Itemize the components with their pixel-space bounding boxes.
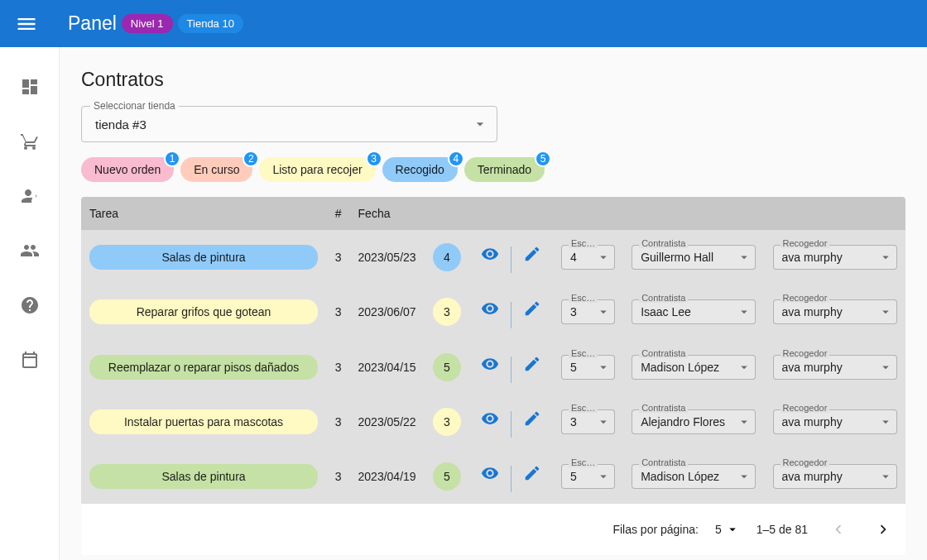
row-date: 2023/04/19 bbox=[350, 449, 425, 504]
picker-select-value: ava murphy bbox=[782, 361, 843, 374]
table-row: Salas de pintura 3 2023/05/23 4 Esc…4 Co… bbox=[81, 230, 905, 285]
stage-dot: 4 bbox=[433, 243, 461, 271]
eye-icon bbox=[481, 409, 499, 428]
rows-per-page-select[interactable]: 5 bbox=[715, 522, 740, 537]
chevron-down-icon bbox=[878, 360, 893, 375]
manage-user-icon bbox=[20, 186, 40, 206]
stage-select-label: Esc… bbox=[569, 293, 598, 303]
app-bar: Panel Nivel 1 Tienda 10 bbox=[0, 0, 927, 47]
sidebar-item-manage-user[interactable] bbox=[13, 179, 46, 213]
level-chip: Nivel 1 bbox=[122, 14, 173, 33]
picker-select-label: Recogedor bbox=[781, 403, 830, 413]
edit-button[interactable] bbox=[520, 461, 545, 486]
stage-select[interactable]: Esc…3 bbox=[561, 299, 615, 324]
stage-select-value: 3 bbox=[570, 305, 577, 318]
row-number: 3 bbox=[327, 340, 350, 395]
view-button[interactable] bbox=[478, 296, 502, 321]
stage-select-value: 3 bbox=[570, 415, 577, 428]
col-num: # bbox=[327, 197, 350, 230]
status-chip[interactable]: En curso 2 bbox=[180, 157, 252, 182]
picker-select[interactable]: Recogedorava murphy bbox=[773, 245, 897, 270]
picker-select-value: ava murphy bbox=[782, 470, 843, 483]
stage-select-label: Esc… bbox=[569, 348, 598, 358]
task-pill: Reemplazar o reparar pisos dañados bbox=[89, 355, 318, 380]
contractor-select[interactable]: ContratistaMadison López bbox=[632, 355, 756, 380]
pencil-icon bbox=[523, 355, 541, 373]
contractor-select[interactable]: ContratistaAlejandro Flores bbox=[632, 409, 756, 434]
picker-select-value: ava murphy bbox=[782, 305, 843, 318]
menu-icon bbox=[15, 12, 38, 36]
sidebar bbox=[0, 47, 60, 560]
edit-button[interactable] bbox=[520, 406, 545, 431]
stage-select[interactable]: Esc…5 bbox=[561, 464, 615, 489]
rows-per-page-value: 5 bbox=[715, 523, 722, 536]
edit-button[interactable] bbox=[520, 296, 545, 321]
eye-icon bbox=[481, 355, 499, 373]
pencil-icon bbox=[523, 464, 541, 482]
task-pill: Salas de pintura bbox=[89, 464, 318, 489]
app-title: Panel bbox=[68, 12, 117, 35]
stage-dot: 5 bbox=[433, 353, 461, 381]
help-icon bbox=[20, 295, 40, 315]
picker-select[interactable]: Recogedorava murphy bbox=[773, 355, 897, 380]
status-chip-label: Terminado bbox=[464, 157, 545, 182]
edit-button[interactable] bbox=[520, 352, 545, 376]
next-page-button[interactable] bbox=[869, 515, 897, 543]
view-button[interactable] bbox=[478, 352, 502, 376]
picker-select-value: ava murphy bbox=[782, 251, 843, 264]
chevron-down-icon bbox=[878, 414, 893, 429]
status-chip-label: Listo para recojer bbox=[259, 157, 375, 182]
picker-select[interactable]: Recogedorava murphy bbox=[773, 299, 897, 324]
contractor-select[interactable]: ContratistaGuillermo Hall bbox=[632, 245, 756, 270]
chevron-down-icon bbox=[596, 250, 611, 265]
store-select[interactable]: Seleccionar tienda tienda #3 bbox=[81, 106, 497, 142]
chevron-down-icon bbox=[737, 250, 752, 265]
status-chip[interactable]: Listo para recojer 3 bbox=[259, 157, 375, 182]
store-select-label: Seleccionar tienda bbox=[90, 100, 179, 112]
stage-dot: 3 bbox=[433, 298, 461, 326]
contractor-select[interactable]: ContratistaMadison López bbox=[632, 464, 756, 489]
sidebar-item-cart[interactable] bbox=[13, 125, 46, 158]
divider bbox=[511, 411, 512, 438]
sidebar-item-dashboard[interactable] bbox=[13, 70, 46, 103]
table-row: Salas de pintura 3 2023/04/19 5 Esc…5 Co… bbox=[81, 449, 905, 504]
status-chip[interactable]: Recogido 4 bbox=[382, 157, 458, 182]
view-button[interactable] bbox=[478, 242, 502, 266]
chevron-down-icon bbox=[737, 414, 752, 429]
table-row: Reparar grifos que gotean 3 2023/06/07 3… bbox=[81, 285, 905, 339]
sidebar-item-help[interactable] bbox=[13, 289, 46, 322]
menu-button[interactable] bbox=[10, 7, 43, 41]
cart-icon bbox=[20, 132, 40, 151]
picker-select[interactable]: Recogedorava murphy bbox=[773, 409, 897, 434]
divider bbox=[511, 466, 512, 492]
table-row: Reemplazar o reparar pisos dañados 3 202… bbox=[81, 340, 905, 395]
divider bbox=[511, 246, 512, 273]
edit-button[interactable] bbox=[520, 242, 545, 266]
stage-select-value: 5 bbox=[570, 361, 577, 374]
status-chip[interactable]: Nuevo orden 1 bbox=[81, 157, 174, 182]
row-number: 3 bbox=[327, 230, 350, 285]
status-chip[interactable]: Terminado 5 bbox=[464, 157, 545, 182]
eye-icon bbox=[481, 245, 499, 263]
page-title: Contratos bbox=[81, 69, 905, 91]
dashboard-icon bbox=[20, 77, 40, 97]
view-button[interactable] bbox=[478, 461, 502, 486]
row-date: 2023/06/07 bbox=[350, 285, 425, 339]
status-badge: 1 bbox=[164, 151, 180, 167]
stage-select[interactable]: Esc…4 bbox=[561, 245, 615, 270]
view-button[interactable] bbox=[478, 406, 502, 431]
picker-select[interactable]: Recogedorava murphy bbox=[773, 464, 897, 489]
contractor-select[interactable]: ContratistaIsaac Lee bbox=[632, 299, 756, 324]
store-select-value: tienda #3 bbox=[95, 117, 146, 132]
status-chip-label: Nuevo orden bbox=[81, 157, 174, 182]
chevron-down-icon bbox=[737, 304, 752, 319]
contractor-select-label: Contratista bbox=[639, 457, 688, 467]
chevron-down-icon bbox=[737, 360, 752, 375]
sidebar-item-calendar[interactable] bbox=[13, 343, 46, 376]
chevron-down-icon bbox=[878, 250, 893, 265]
stage-select[interactable]: Esc…3 bbox=[561, 409, 615, 434]
stage-select[interactable]: Esc…5 bbox=[561, 355, 615, 380]
sidebar-item-people[interactable] bbox=[13, 234, 46, 267]
stage-select-label: Esc… bbox=[569, 403, 598, 413]
prev-page-button[interactable] bbox=[824, 515, 853, 543]
